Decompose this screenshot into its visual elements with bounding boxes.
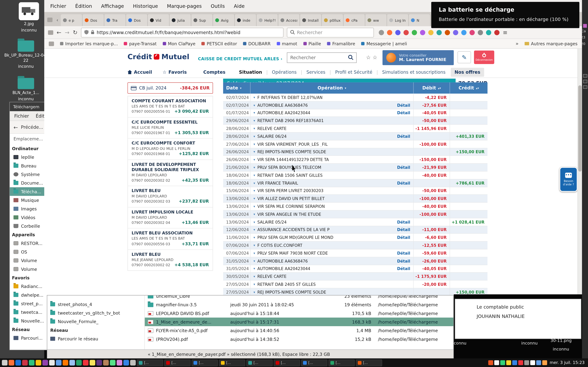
battery-notification[interactable]: La batterie se décharge Batterie de l'or… — [431, 2, 579, 28]
sort-icon[interactable]: ▾ — [345, 86, 346, 90]
file-row[interactable]: magnifier-linux-3.5 jeudi 30 juin 2011 à… — [145, 300, 453, 309]
back-icon[interactable]: ← — [57, 29, 61, 36]
menu-item[interactable]: Affichage — [101, 3, 124, 9]
expand-chevron-icon[interactable]: ▾ — [254, 251, 255, 255]
launcher-icon[interactable] — [76, 360, 82, 366]
account-card[interactable]: C/C EUROCOMPTE CONFORT M D LEPOLARD OU M… — [128, 138, 213, 159]
bank-nav-tab[interactable]: Profil et Sécurité — [325, 69, 372, 75]
extension-icon[interactable] — [428, 30, 433, 35]
extension-icon[interactable] — [494, 30, 499, 35]
window-mini-icon[interactable] — [583, 85, 587, 89]
bank-logo[interactable]: Crédit Mutuel — [128, 52, 190, 61]
window-mini-icon[interactable] — [583, 80, 587, 83]
launcher-icon[interactable] — [83, 360, 88, 366]
launcher-icon[interactable] — [90, 360, 95, 366]
favorites-stars[interactable]: ☆☆ — [366, 54, 379, 60]
bookmark-item[interactable]: DOLIBARR — [243, 41, 271, 46]
expand-chevron-icon[interactable]: ▾ — [254, 127, 255, 130]
sidebar-item[interactable]: tweetcaster_vs_glitch_tv_bot — [47, 309, 144, 317]
detail-link[interactable]: Détail — [395, 266, 410, 271]
card-cb-summary[interactable]: CB juil. 2024 -384,26 EUR — [128, 83, 213, 94]
hamburger-menu-icon[interactable]: ≡ — [503, 29, 508, 36]
browser-tab[interactable]: e p — [61, 14, 83, 26]
transaction-row[interactable]: 02/07/2024 ▾ F INT/FRAIS TX DEBIT 12,07%… — [223, 94, 488, 101]
expand-chevron-icon[interactable]: ▾ — [254, 197, 255, 200]
extension-icon[interactable] — [469, 30, 475, 35]
extension-icon[interactable] — [379, 30, 384, 35]
tray-icon[interactable] — [506, 360, 511, 365]
desktop-icon-folder-bkup[interactable]: Bk_UP_Bureau_12-04-22 inconnu — [4, 37, 48, 69]
extension-icon[interactable] — [486, 30, 491, 35]
sort-icon[interactable]: ▾ — [240, 86, 242, 90]
bookmark-item[interactable]: PETSCII editor — [201, 41, 237, 46]
account-card[interactable]: C/C EUROCOMPTE ESSENTIEL MLE LUCIE FERLI… — [128, 117, 213, 138]
launcher-icon[interactable] — [29, 360, 35, 366]
window-button[interactable]: [... — [356, 359, 382, 366]
detail-link[interactable]: Détail — [395, 111, 410, 115]
transaction-row[interactable]: 26/06/2024 ▾ VIR SEPA 1444149132279 DETT… — [223, 156, 488, 164]
browser-tab[interactable]: Log In — [387, 14, 409, 26]
expand-chevron-icon[interactable]: ▾ — [254, 150, 255, 154]
account-card[interactable]: LIVRET DE DEVELOPPEMENT DURABLE SOLIDAIR… — [128, 159, 213, 186]
menu-item[interactable]: Fichier — [50, 3, 66, 9]
back-arrow-icon[interactable]: ← — [13, 124, 18, 130]
extension-icon[interactable] — [453, 30, 458, 35]
tray-icon[interactable] — [488, 360, 493, 365]
extension-icon[interactable] — [445, 30, 450, 35]
bookmark-item[interactable]: Importer les marque-p... — [60, 41, 118, 46]
transaction-row[interactable]: 18/06/2024 ▾ VIR FRANCE TRAVAIL Détail +… — [223, 179, 488, 187]
sidebar-item[interactable]: Parcourir le réseau — [47, 334, 144, 343]
transaction-row[interactable]: 07/06/2024 ▾ F COTIS EUC.CONFORT -12,55 … — [223, 242, 488, 250]
desktop-icon-image[interactable]: 2.jpg inconnu — [12, 2, 46, 33]
account-card[interactable]: COMPTE COURANT ASSOCIATION LES AMIS DE T… — [128, 96, 213, 117]
browser-tab[interactable]: Dos — [126, 14, 148, 26]
account-card[interactable]: LIVRET BLEU M DAVID LEPOLARD 07907 00020… — [128, 186, 213, 207]
window-button[interactable]: [... — [191, 359, 218, 366]
transaction-row[interactable]: 27/05/2024 ▾ RETRAIT DAB 2405 ST GILLES … — [223, 281, 488, 288]
file-row[interactable]: unclemux_Libre 23 éléments /home/lep0le/… — [145, 295, 453, 300]
window-button[interactable]: [... — [137, 359, 163, 366]
browser-tab[interactable]: ww — [365, 14, 387, 26]
expand-chevron-icon[interactable]: ▾ — [254, 181, 255, 185]
nav-accueil[interactable]: Accueil — [128, 69, 152, 75]
lock-icon[interactable] — [91, 29, 94, 36]
extension-icon[interactable] — [412, 30, 417, 35]
expand-chevron-icon[interactable]: ▾ — [254, 212, 255, 216]
transaction-row[interactable]: 12/06/2024 ▾ ASSURANCE ACCIDENTS DE LA V… — [223, 226, 488, 234]
bookmark-item[interactable]: Piaille — [303, 41, 321, 46]
detail-link[interactable]: Détail — [395, 259, 410, 263]
sidebar-item[interactable]: street_photos_4 — [47, 300, 144, 309]
bank-branch-link[interactable]: CAISSE DE CREDIT MUTUEL ARLES › — [198, 57, 282, 61]
star-icon[interactable]: ☆ — [372, 54, 379, 60]
detail-link[interactable]: Détail — [395, 227, 410, 232]
window-button[interactable]: [... — [274, 359, 300, 366]
window-button[interactable]: [... — [219, 359, 245, 366]
window-mini-icon[interactable] — [583, 74, 587, 77]
browser-tab[interactable]: Install — [300, 14, 322, 26]
reload-icon[interactable]: ↻ — [73, 29, 78, 36]
account-card[interactable]: LIVRET BLEU ASSOCIATION LES AMIS DE T ES… — [128, 228, 213, 249]
account-card[interactable]: LIVRET IMPULSION LOCALE M DAVID LEPOLARD… — [128, 207, 213, 228]
tray-icon[interactable] — [494, 360, 499, 365]
expand-chevron-icon[interactable]: ▾ — [254, 204, 255, 208]
expand-chevron-icon[interactable]: ▾ — [254, 119, 255, 123]
header-operation[interactable]: Opération▾ — [251, 83, 414, 94]
launcher-icon[interactable] — [49, 360, 55, 366]
window-button[interactable]: [... — [246, 359, 273, 366]
transaction-row[interactable]: 29/06/2024 ▾ RETRAIT DAB 2906 REF18376A0… — [223, 117, 488, 125]
expand-chevron-icon[interactable]: ▾ — [254, 259, 255, 263]
browser-search-bar[interactable]: Rechercher — [287, 27, 374, 37]
detail-link[interactable]: Détail — [395, 220, 410, 224]
expand-chevron-icon[interactable]: ▾ — [254, 111, 255, 115]
extension-icon[interactable] — [461, 30, 467, 35]
expand-chevron-icon[interactable]: ▾ — [254, 134, 255, 138]
expand-chevron-icon[interactable]: ▾ — [254, 283, 255, 286]
header-credit[interactable]: Crédit▴▾ — [450, 83, 488, 94]
browser-tab[interactable]: Access — [278, 14, 300, 26]
extension-icon[interactable] — [387, 30, 392, 35]
transaction-row[interactable]: 07/06/2024 ▾ PRLV SEPA MAIF 79038 NIORT … — [223, 250, 488, 257]
file-row[interactable]: LEPOLARD DAVID BS.pdf aujourd'hui à 15:1… — [145, 309, 453, 317]
menu-item[interactable]: Édition — [75, 3, 92, 9]
shield-icon[interactable] — [84, 29, 88, 36]
menu-item[interactable]: Marque-pages — [167, 3, 202, 9]
